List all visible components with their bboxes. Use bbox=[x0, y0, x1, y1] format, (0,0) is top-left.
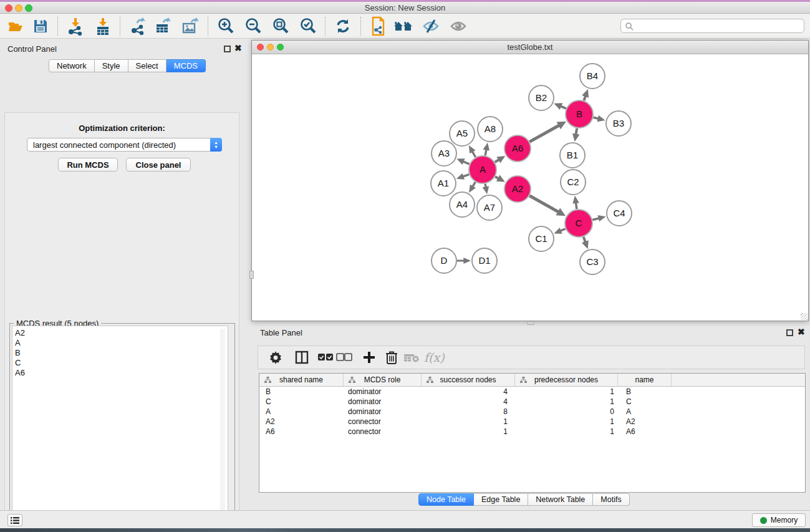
zoom-in-icon[interactable] bbox=[215, 16, 236, 37]
graph-edge-C-C2[interactable] bbox=[576, 203, 576, 209]
node-label: B1 bbox=[567, 150, 578, 160]
zoom-view-button[interactable] bbox=[277, 44, 284, 51]
criterion-dropdown[interactable]: largest connected component (directed) ▲… bbox=[27, 138, 222, 152]
float-panel-icon[interactable] bbox=[786, 329, 793, 336]
hierarchy-icon bbox=[349, 377, 355, 383]
close-panel-button[interactable]: Close panel bbox=[126, 158, 191, 172]
select-all-icon[interactable] bbox=[317, 349, 334, 366]
search-field[interactable] bbox=[620, 19, 804, 33]
graph-edge-A-A6[interactable] bbox=[495, 160, 499, 162]
column-header-MCDS-role[interactable]: MCDS role bbox=[344, 374, 422, 386]
table-row[interactable]: Adominator80A bbox=[259, 407, 805, 417]
run-mcds-button[interactable]: Run MCDS bbox=[58, 158, 118, 172]
mcds-result-item[interactable]: C bbox=[15, 358, 228, 368]
minimize-view-button[interactable] bbox=[267, 44, 274, 51]
window-resize-grip[interactable] bbox=[801, 313, 808, 320]
add-column-icon[interactable] bbox=[360, 349, 378, 366]
table-options-icon[interactable] bbox=[267, 349, 284, 366]
float-panel-icon[interactable] bbox=[224, 46, 231, 52]
close-panel-icon[interactable]: ✖ bbox=[234, 43, 242, 53]
tab-motifs[interactable]: Motifs bbox=[593, 493, 629, 506]
network-file-icon[interactable] bbox=[367, 16, 388, 37]
save-session-icon[interactable] bbox=[30, 16, 51, 37]
mcds-result-list[interactable]: A2ABCA6 bbox=[12, 326, 228, 532]
network-view-window: testGlobe.txt B4B2BB3A8A5A6A3B1AA1C2A2A4… bbox=[251, 40, 809, 321]
hide-graphics-icon[interactable] bbox=[420, 16, 441, 37]
column-header-predecessor-nodes[interactable]: predecessor nodes bbox=[515, 374, 618, 386]
node-label: B2 bbox=[536, 92, 547, 103]
tab-style[interactable]: Style bbox=[95, 59, 128, 72]
node-table[interactable]: shared nameMCDS rolesuccessor nodesprede… bbox=[259, 373, 806, 493]
graph-edge-A-A1[interactable] bbox=[463, 175, 469, 177]
graph-edge-B-B1[interactable] bbox=[576, 128, 577, 135]
zoom-selected-icon[interactable] bbox=[297, 16, 319, 37]
tab-edge-table[interactable]: Edge Table bbox=[474, 493, 528, 506]
tab-network-table[interactable]: Network Table bbox=[528, 493, 593, 506]
zoom-out-icon[interactable] bbox=[243, 16, 264, 37]
graph-edge-A-A8[interactable] bbox=[485, 150, 486, 156]
graph-edge-A-A3[interactable] bbox=[463, 162, 470, 164]
graph-edge-B-B3[interactable] bbox=[593, 117, 598, 118]
network-graph-canvas[interactable]: B4B2BB3A8A5A6A3B1AA1C2A2A4A7C4CC1C3DD1 bbox=[252, 54, 808, 321]
graph-edge-A-A4[interactable] bbox=[473, 182, 475, 187]
table-row[interactable]: A2connector11A2 bbox=[259, 417, 805, 427]
tab-node-table[interactable]: Node Table bbox=[418, 493, 474, 506]
table-row[interactable]: A6connector11A6 bbox=[259, 427, 805, 437]
memory-status-icon bbox=[760, 517, 767, 524]
mcds-result-item[interactable]: A bbox=[15, 338, 228, 348]
column-header-shared-name[interactable]: shared name bbox=[259, 374, 344, 386]
zoom-window-button[interactable] bbox=[25, 4, 32, 12]
close-view-button[interactable] bbox=[257, 44, 264, 51]
delete-column-icon[interactable] bbox=[383, 349, 400, 366]
column-header-name[interactable]: name bbox=[618, 374, 672, 386]
task-history-button[interactable] bbox=[7, 514, 22, 526]
scrollbar-track[interactable] bbox=[220, 329, 225, 532]
import-table-icon[interactable] bbox=[92, 16, 113, 37]
column-header-successor-nodes[interactable]: successor nodes bbox=[422, 374, 515, 386]
mcds-result-group: MCDS result (5 nodes) A2ABCA6 bbox=[9, 323, 235, 532]
table-cell: dominator bbox=[344, 397, 422, 406]
tab-mcds[interactable]: MCDS bbox=[166, 59, 206, 72]
show-columns-icon[interactable] bbox=[293, 349, 311, 366]
graph-edge-C-C4[interactable] bbox=[592, 218, 599, 220]
network-window-titlebar[interactable]: testGlobe.txt bbox=[252, 41, 808, 54]
criterion-value: largest connected component (directed) bbox=[27, 140, 210, 150]
mcds-result-item[interactable]: A2 bbox=[15, 328, 228, 338]
export-network-icon[interactable] bbox=[127, 16, 148, 37]
zoom-fit-icon[interactable] bbox=[270, 16, 291, 37]
export-table-icon[interactable] bbox=[152, 16, 173, 37]
graph-edge-C-C1[interactable] bbox=[561, 229, 566, 231]
function-builder-icon[interactable]: f(x) bbox=[424, 349, 445, 366]
refresh-icon[interactable] bbox=[332, 16, 354, 37]
table-row[interactable]: Bdominator41B bbox=[259, 387, 805, 397]
memory-button[interactable]: Memory bbox=[752, 513, 806, 527]
graph-edge-C-C3[interactable] bbox=[584, 237, 586, 242]
search-input[interactable] bbox=[634, 22, 804, 31]
tab-network[interactable]: Network bbox=[49, 59, 95, 72]
open-session-icon[interactable] bbox=[5, 16, 26, 37]
graph-edge-A2-C[interactable] bbox=[529, 196, 559, 212]
node-label: D1 bbox=[478, 255, 490, 266]
graph-edge-B-B4[interactable] bbox=[584, 96, 586, 100]
mcds-result-item[interactable]: A6 bbox=[15, 368, 228, 378]
graph-edge-A6-B[interactable] bbox=[529, 125, 559, 142]
graph-edge-A-A5[interactable] bbox=[472, 152, 475, 157]
import-network-icon[interactable] bbox=[65, 16, 86, 37]
delete-table-icon[interactable] bbox=[403, 349, 420, 366]
close-window-button[interactable] bbox=[5, 4, 12, 12]
show-graphics-icon[interactable] bbox=[448, 16, 469, 37]
table-row[interactable]: Cdominator41C bbox=[259, 397, 805, 407]
list-icon bbox=[11, 516, 19, 525]
graph-edge-B-B2[interactable] bbox=[561, 106, 566, 109]
optimization-criterion-label: Optimization criterion: bbox=[5, 123, 239, 133]
mcds-result-item[interactable]: B bbox=[15, 348, 228, 358]
deselect-all-icon[interactable] bbox=[335, 349, 353, 366]
minimize-window-button[interactable] bbox=[15, 4, 22, 12]
control-panel-tabs: NetworkStyleSelectMCDS bbox=[49, 59, 206, 72]
panel-divider-grip[interactable] bbox=[249, 271, 254, 279]
home-views-icon[interactable] bbox=[393, 16, 414, 37]
table-cell: 4 bbox=[422, 387, 515, 396]
close-panel-icon[interactable]: ✖ bbox=[798, 327, 805, 337]
export-image-icon[interactable] bbox=[180, 16, 201, 37]
tab-select[interactable]: Select bbox=[128, 59, 166, 72]
